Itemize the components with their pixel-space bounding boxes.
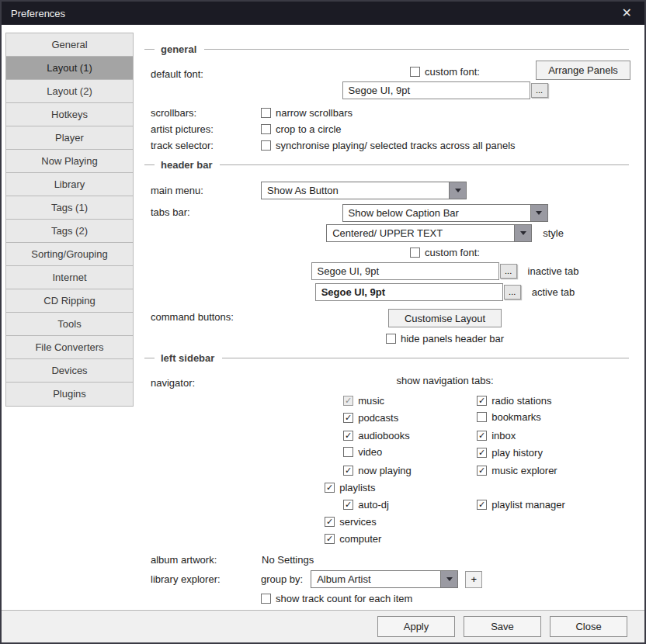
bookmarks-checkbox[interactable]: bookmarks <box>477 411 541 423</box>
unchecked-checkbox-icon <box>410 67 420 77</box>
close-button[interactable]: Close <box>550 616 627 637</box>
unchecked-checkbox-icon <box>261 108 271 118</box>
audiobooks-checkbox[interactable]: ✓audiobooks <box>343 430 410 441</box>
font-value-input[interactable]: Segoe UI, 9pt <box>342 81 530 99</box>
chevron-down-icon <box>530 205 547 221</box>
section-rule-right <box>222 358 629 358</box>
tabs-bar-row: tabs bar: Show below Caption Bar Centere… <box>144 204 629 301</box>
font-value-input[interactable]: Segoe UI, 9pt <box>315 283 503 301</box>
album-artwork-value: No Settings <box>261 554 314 566</box>
sidebar-item-file-converters[interactable]: File Converters <box>6 336 133 359</box>
radio-stations-checkbox[interactable]: ✓radio stations <box>477 395 551 407</box>
font-browse-button[interactable]: ... <box>500 264 517 279</box>
tabs-custom-font-checkbox[interactable]: custom font: <box>410 247 480 258</box>
music-explorer-checkbox[interactable]: ✓music explorer <box>477 465 557 476</box>
synchronise-tracks-checkbox[interactable]: synchronise playing/ selected tracks acr… <box>261 140 516 151</box>
video-checkbox[interactable]: video <box>343 446 382 458</box>
show-navigation-tabs-label: show navigation tabs: <box>396 375 493 386</box>
show-track-count-checkbox[interactable]: show track count for each item <box>261 593 412 604</box>
auto-dj-checkbox[interactable]: ✓auto-dj <box>343 499 389 511</box>
apply-button[interactable]: Apply <box>377 616 455 637</box>
checked-checkbox-icon: ✓ <box>325 534 335 544</box>
now-playing-checkbox[interactable]: ✓now playing <box>343 465 412 476</box>
sidebar-item-layout-2[interactable]: Layout (2) <box>6 80 133 103</box>
sidebar-item-now-playing[interactable]: Now Playing <box>6 150 133 173</box>
section-title: left sidebar <box>161 352 214 364</box>
dropdown-value: Show below Caption Bar <box>343 205 530 221</box>
services-checkbox[interactable]: ✓services <box>325 516 377 528</box>
sidebar-item-sorting-grouping[interactable]: Sorting/Grouping <box>6 243 133 266</box>
sidebar-item-plugins[interactable]: Plugins <box>6 383 133 406</box>
window-title: Preferences <box>11 8 65 19</box>
section-rule-right <box>204 49 629 50</box>
arrange-panels-button[interactable]: Arrange Panels <box>536 61 630 80</box>
artist-pictures-label: artist pictures: <box>144 123 261 135</box>
album-artwork-row: album artwork: No Settings <box>144 554 629 566</box>
sidebar-item-tools[interactable]: Tools <box>6 313 133 336</box>
font-value-input[interactable]: Segoe UI, 9pt <box>311 262 499 280</box>
section-header-headerbar: header bar <box>144 159 629 171</box>
sidebar-item-hotkeys[interactable]: Hotkeys <box>6 103 133 126</box>
preferences-window: Preferences ✕ GeneralLayout (1)Layout (2… <box>0 0 646 644</box>
add-group-button[interactable]: + <box>465 571 482 588</box>
checkbox-label: playlist manager <box>491 499 565 511</box>
checked-checkbox-icon: ✓ <box>343 466 353 476</box>
navigator-row-item: ✓auto-dj✓playlist manager <box>325 498 565 511</box>
tabs-position-dropdown[interactable]: Show below Caption Bar <box>342 204 548 222</box>
track-selector-label: track selector: <box>144 140 261 151</box>
sidebar-item-tags-2[interactable]: Tags (2) <box>6 220 133 243</box>
sidebar-item-cd-ripping[interactable]: CD Ripping <box>6 289 133 313</box>
podcasts-checkbox[interactable]: ✓podcasts <box>343 412 398 424</box>
active-tab-label: active tab <box>532 286 575 298</box>
group-by-dropdown[interactable]: Album Artist <box>311 570 458 588</box>
font-browse-button[interactable]: ... <box>504 285 521 299</box>
navigator-row-item: ✓podcastsbookmarks <box>325 411 565 424</box>
navigator-row: navigator: show navigation tabs: ✓music✓… <box>144 375 629 549</box>
hide-panels-header-bar-checkbox[interactable]: hide panels header bar <box>386 333 504 345</box>
sidebar-item-tags-1[interactable]: Tags (1) <box>6 196 133 220</box>
checkbox-label: music explorer <box>491 465 557 476</box>
playlists-checkbox[interactable]: ✓playlists <box>325 482 375 493</box>
title-bar: Preferences ✕ <box>2 2 644 25</box>
default-font-label: default font: <box>144 66 261 80</box>
close-icon[interactable]: ✕ <box>619 5 635 21</box>
dropdown-value: Show As Button <box>262 182 449 199</box>
command-buttons-row: command buttons: Customise Layout hide p… <box>144 309 629 345</box>
play-history-checkbox[interactable]: ✓play history <box>477 447 543 459</box>
font-browse-button[interactable]: ... <box>531 83 548 98</box>
checkbox-label: auto-dj <box>358 499 389 511</box>
music-checkbox[interactable]: ✓music <box>343 395 384 407</box>
navigator-checkbox-grid: ✓music✓radio stations✓podcastsbookmarks✓… <box>325 394 565 549</box>
sidebar: GeneralLayout (1)Layout (2)HotkeysPlayer… <box>2 25 134 610</box>
checkbox-label: crop to a circle <box>276 123 342 135</box>
custom-font-checkbox[interactable]: custom font: <box>410 66 480 78</box>
sidebar-item-layout-1[interactable]: Layout (1) <box>6 57 133 80</box>
section-header-left-sidebar: left sidebar <box>144 352 629 364</box>
checkbox-label: show track count for each item <box>276 593 412 604</box>
section-rule-left <box>144 49 155 50</box>
sidebar-item-devices[interactable]: Devices <box>6 359 133 383</box>
computer-checkbox[interactable]: ✓computer <box>325 533 381 545</box>
checkbox-label: inbox <box>491 430 516 441</box>
active-tab-font-field: Segoe UI, 9pt ... <box>315 283 521 301</box>
sidebar-item-player[interactable]: Player <box>6 126 133 150</box>
sidebar-item-general[interactable]: General <box>6 33 133 57</box>
scrollbars-row: scrollbars: narrow scrollbars <box>144 107 629 119</box>
save-button[interactable]: Save <box>464 616 541 637</box>
checked-checkbox-icon: ✓ <box>343 431 353 441</box>
main-menu-dropdown[interactable]: Show As Button <box>261 182 467 199</box>
checkbox-label: synchronise playing/ selected tracks acr… <box>276 140 516 151</box>
sidebar-item-internet[interactable]: Internet <box>6 266 133 289</box>
unchecked-checkbox-icon <box>343 447 353 457</box>
navigator-row-item: ✓playlists <box>325 481 565 493</box>
narrow-scrollbars-checkbox[interactable]: narrow scrollbars <box>261 107 353 119</box>
checked-checkbox-icon: ✓ <box>343 396 353 406</box>
inbox-checkbox[interactable]: ✓inbox <box>477 430 516 441</box>
crop-to-circle-checkbox[interactable]: crop to a circle <box>261 123 342 135</box>
tabs-bar-label: tabs bar: <box>144 204 261 218</box>
sidebar-item-library[interactable]: Library <box>6 173 133 196</box>
playlist-manager-checkbox[interactable]: ✓playlist manager <box>477 499 565 511</box>
customise-layout-button[interactable]: Customise Layout <box>388 309 502 327</box>
artist-pictures-row: artist pictures: crop to a circle <box>144 123 629 135</box>
tabs-style-dropdown[interactable]: Centered/ UPPER TEXT <box>326 224 532 242</box>
